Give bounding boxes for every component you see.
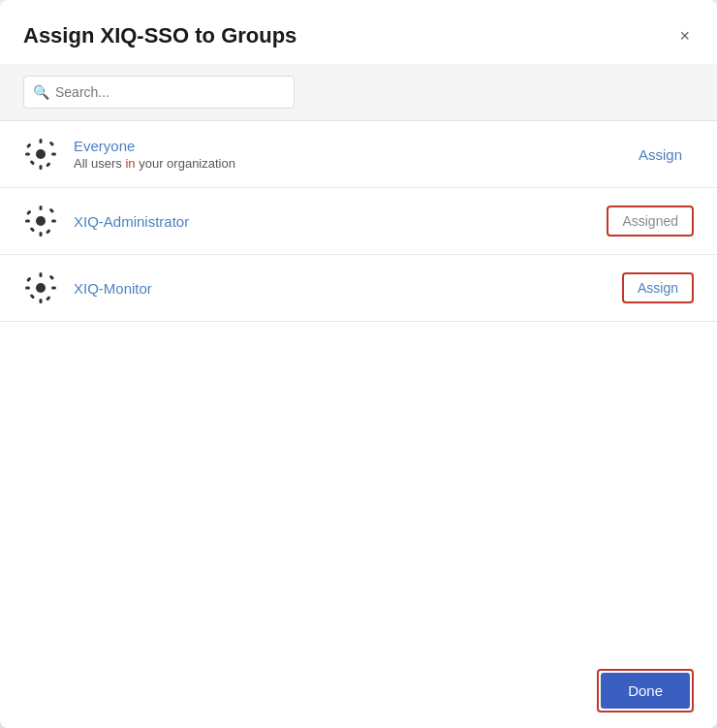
assign-button-xiq-monitor[interactable]: Assign [622,272,694,303]
search-icon: 🔍 [33,84,49,100]
group-icon-xiq-monitor [23,270,58,305]
svg-rect-16 [46,229,51,235]
svg-rect-8 [49,141,55,146]
svg-rect-21 [40,299,43,303]
svg-rect-23 [51,287,56,290]
svg-rect-25 [46,296,51,301]
svg-rect-22 [25,287,30,290]
done-btn-wrapper: Done [597,669,694,712]
group-name-xiq-monitor[interactable]: XIQ-Monitor [74,280,622,297]
svg-rect-24 [26,277,32,283]
done-button[interactable]: Done [601,673,690,709]
modal-title: Assign XIQ-SSO to Groups [23,23,296,48]
svg-rect-27 [30,294,36,300]
desc-prefix: All users [74,156,125,171]
close-button[interactable]: × [675,23,694,48]
group-info-xiq-monitor: XIQ-Monitor [74,280,622,297]
group-name-xiq-administrator[interactable]: XIQ-Administrator [74,213,607,230]
modal-overlay: Assign XIQ-SSO to Groups × 🔍 [0,0,717,728]
group-desc-everyone: All users in your organization [74,156,627,171]
svg-rect-15 [26,210,32,216]
svg-rect-5 [51,153,56,156]
group-list: Everyone All users in your organization … [0,121,717,653]
group-item-xiq-administrator: XIQ-Administrator Assigned [0,188,717,255]
assign-modal: Assign XIQ-SSO to Groups × 🔍 [0,0,717,728]
group-item-everyone: Everyone All users in your organization … [0,121,717,188]
svg-rect-4 [25,153,30,156]
svg-point-10 [36,216,46,226]
group-info-everyone: Everyone All users in your organization [74,138,627,171]
svg-rect-9 [30,160,36,166]
svg-point-0 [36,149,46,159]
svg-rect-26 [49,274,55,280]
svg-rect-7 [46,162,51,168]
group-info-xiq-administrator: XIQ-Administrator [74,213,607,230]
svg-rect-6 [26,143,32,149]
desc-suffix: your organization [136,156,235,171]
assigned-button-xiq-administrator[interactable]: Assigned [607,206,694,237]
assign-button-everyone[interactable]: Assign [627,141,694,169]
svg-rect-13 [25,220,30,223]
desc-highlight: in [125,156,135,171]
svg-rect-12 [40,232,43,237]
svg-point-19 [36,283,46,293]
svg-rect-11 [40,206,43,210]
svg-rect-2 [40,139,43,143]
group-icon-xiq-administrator [23,204,58,238]
group-name-everyone[interactable]: Everyone [74,138,627,154]
svg-rect-18 [30,227,36,233]
svg-rect-17 [49,207,55,213]
svg-rect-14 [51,220,56,223]
search-wrapper: 🔍 [23,76,295,109]
group-icon-everyone [23,137,58,172]
svg-rect-20 [40,272,43,277]
svg-rect-3 [40,165,43,170]
modal-header: Assign XIQ-SSO to Groups × [0,0,717,48]
group-item-xiq-monitor: XIQ-Monitor Assign [0,255,717,322]
search-input[interactable] [23,76,295,109]
modal-footer: Done [0,653,717,728]
search-bar-container: 🔍 [0,64,717,120]
